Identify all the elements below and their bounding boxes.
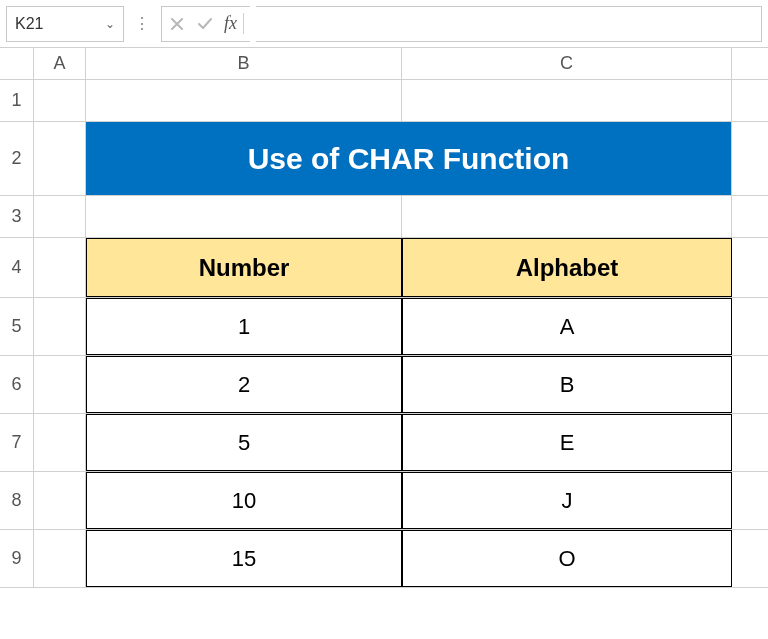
cancel-icon[interactable]: [168, 15, 186, 33]
spreadsheet-grid: A B C 1 2 Use of CHAR Function 3: [0, 48, 768, 588]
formula-bar-buttons: fx: [161, 6, 250, 42]
cell-C9[interactable]: O: [402, 530, 732, 587]
title-text: Use of CHAR Function: [248, 142, 570, 176]
cell-A8[interactable]: [34, 472, 86, 529]
formula-bar: K21 ⌄ ⋮ fx: [0, 0, 768, 48]
row-header-3[interactable]: 3: [0, 196, 34, 237]
cell-B7[interactable]: 5: [86, 414, 402, 471]
name-box[interactable]: K21 ⌄: [6, 6, 124, 42]
table-header-alphabet[interactable]: Alphabet: [402, 238, 732, 297]
cell-B3[interactable]: [86, 196, 402, 237]
row-header-8[interactable]: 8: [0, 472, 34, 529]
row-header-5[interactable]: 5: [0, 298, 34, 355]
formula-input[interactable]: [256, 6, 762, 42]
row-header-4[interactable]: 4: [0, 238, 34, 297]
cell-C5[interactable]: A: [402, 298, 732, 355]
cell-A3[interactable]: [34, 196, 86, 237]
cell-B6[interactable]: 2: [86, 356, 402, 413]
row-1: 1: [0, 80, 768, 122]
cell-C7[interactable]: E: [402, 414, 732, 471]
cell-B9[interactable]: 15: [86, 530, 402, 587]
cell-B8[interactable]: 10: [86, 472, 402, 529]
name-box-value: K21: [15, 15, 43, 33]
cell-C3[interactable]: [402, 196, 732, 237]
cell-B1[interactable]: [86, 80, 402, 121]
cell-A1[interactable]: [34, 80, 86, 121]
cell-C6[interactable]: B: [402, 356, 732, 413]
row-3: 3: [0, 196, 768, 238]
row-2: 2 Use of CHAR Function: [0, 122, 768, 196]
row-6: 6 2 B: [0, 356, 768, 414]
column-headers: A B C: [0, 48, 768, 80]
separator-dots-icon: ⋮: [130, 14, 155, 33]
cell-C1[interactable]: [402, 80, 732, 121]
row-4: 4 Number Alphabet: [0, 238, 768, 298]
row-5: 5 1 A: [0, 298, 768, 356]
cell-A7[interactable]: [34, 414, 86, 471]
col-header-A[interactable]: A: [34, 48, 86, 79]
col-header-B[interactable]: B: [86, 48, 402, 79]
enter-icon[interactable]: [196, 15, 214, 33]
row-header-9[interactable]: 9: [0, 530, 34, 587]
cell-A4[interactable]: [34, 238, 86, 297]
cell-A5[interactable]: [34, 298, 86, 355]
row-8: 8 10 J: [0, 472, 768, 530]
row-header-6[interactable]: 6: [0, 356, 34, 413]
rows-container: 1 2 Use of CHAR Function 3 4 Number Alph…: [0, 80, 768, 588]
row-9: 9 15 O: [0, 530, 768, 588]
cell-C8[interactable]: J: [402, 472, 732, 529]
cell-A9[interactable]: [34, 530, 86, 587]
chevron-down-icon[interactable]: ⌄: [105, 17, 115, 31]
cell-A2[interactable]: [34, 122, 86, 195]
row-7: 7 5 E: [0, 414, 768, 472]
cell-A6[interactable]: [34, 356, 86, 413]
row-header-2[interactable]: 2: [0, 122, 34, 195]
fx-icon[interactable]: fx: [224, 13, 244, 34]
table-header-number[interactable]: Number: [86, 238, 402, 297]
title-banner[interactable]: Use of CHAR Function: [86, 122, 732, 195]
select-all-corner[interactable]: [0, 48, 34, 79]
cell-B5[interactable]: 1: [86, 298, 402, 355]
row-header-7[interactable]: 7: [0, 414, 34, 471]
row-header-1[interactable]: 1: [0, 80, 34, 121]
col-header-C[interactable]: C: [402, 48, 732, 79]
